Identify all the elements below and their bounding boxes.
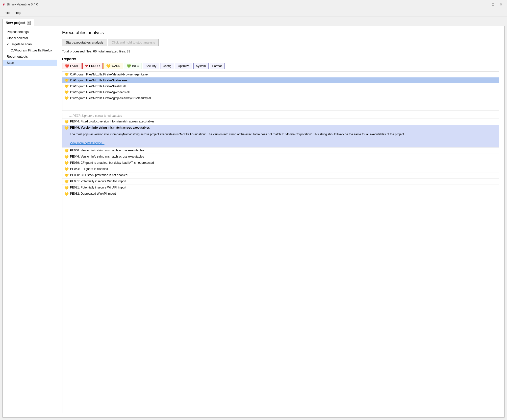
category-security-button[interactable]: Security bbox=[143, 63, 159, 69]
optimize-label: Optimize bbox=[178, 64, 189, 68]
format-label: Format bbox=[212, 64, 222, 68]
file-warn-icon: 💛 bbox=[64, 90, 69, 94]
stats-line: Total processed files: 66, total analyze… bbox=[62, 49, 499, 53]
sidebar-global-selector-label: Global selector bbox=[7, 36, 28, 40]
category-format-button[interactable]: Format bbox=[210, 63, 225, 69]
file-item[interactable]: 💛 C:\Program Files\Mozilla Firefox\firef… bbox=[62, 77, 499, 83]
warn-heart-icon: 💛 bbox=[106, 64, 110, 68]
file-name: C:\Program Files\Mozilla Firefox\default… bbox=[70, 73, 148, 76]
report-warn-icon: 💛 bbox=[64, 167, 69, 171]
file-name: C:\Program Files\Mozilla Firefox\freebl3… bbox=[70, 85, 126, 88]
report-warn-icon: 💛 bbox=[64, 120, 69, 124]
reports-heading: Reports bbox=[62, 57, 499, 61]
report-item-selected[interactable]: 💛 PE046: Version info string mismatch ac… bbox=[62, 125, 499, 131]
new-project-tab[interactable]: New project × bbox=[2, 19, 34, 26]
close-button[interactable]: ✕ bbox=[498, 2, 505, 7]
category-system-button[interactable]: System bbox=[193, 63, 209, 69]
content-panel: Executables analysis Start executables a… bbox=[57, 26, 504, 417]
report-text: PE081: Potentially insecure WinAPI impor… bbox=[70, 180, 126, 183]
config-label: Config bbox=[163, 64, 172, 68]
app-container: New project × Project settings Global se… bbox=[0, 17, 507, 420]
titlebar-title: Binary Valentine 0.4.0 bbox=[7, 2, 38, 6]
report-item[interactable]: 💛 PE046: Version info string mismatch ac… bbox=[62, 148, 499, 154]
tab-label: New project bbox=[6, 21, 25, 25]
sidebar-item-report-outputs[interactable]: Report outputs bbox=[3, 53, 57, 60]
sidebar-scan-label: Scan bbox=[7, 61, 14, 65]
filter-warn-button[interactable]: 💛 WARN bbox=[103, 63, 123, 69]
titlebar: ♥ Binary Valentine 0.4.0 — □ ✕ bbox=[0, 0, 507, 9]
report-item[interactable]: 💛 PE081: Potentially insecure WinAPI imp… bbox=[62, 185, 499, 191]
report-warn-icon: 💛 bbox=[64, 173, 69, 177]
sidebar-item-scan[interactable]: Scan bbox=[3, 60, 57, 66]
report-detail-link[interactable]: View more details online... bbox=[70, 141, 104, 145]
file-item[interactable]: 💛 C:\Program Files\Mozilla Firefox\gkcod… bbox=[62, 89, 499, 95]
sidebar-targets-label: Targets to scan bbox=[10, 42, 32, 46]
report-item[interactable]: 💛 PE046: Version info string mismatch ac… bbox=[62, 154, 499, 160]
file-warn-icon: 💛 bbox=[64, 78, 69, 82]
fatal-heart-icon: 💔 bbox=[65, 64, 69, 68]
info-label: INFO bbox=[132, 64, 139, 68]
report-text: PE080: CET stack protection is not enabl… bbox=[70, 173, 127, 177]
file-item[interactable]: 💛 C:\Program Files\Mozilla Firefox\defau… bbox=[62, 71, 499, 77]
system-label: System bbox=[196, 64, 206, 68]
report-item[interactable]: 💛 PE044: Fixed product version info mism… bbox=[62, 119, 499, 125]
menu-help[interactable]: Help bbox=[12, 10, 24, 16]
start-analysis-button[interactable]: Start executables analysis bbox=[62, 39, 107, 46]
report-text-bold: PE046: Version info string mismatch acro… bbox=[70, 126, 150, 129]
tab-close-button[interactable]: × bbox=[27, 21, 31, 25]
fatal-label: FATAL bbox=[70, 64, 79, 68]
sidebar-item-target-path[interactable]: C:/Program Fil...ozilla Firefox bbox=[3, 47, 57, 53]
stats-text: Total processed files: 66, total analyze… bbox=[62, 49, 130, 53]
report-warn-icon: 💛 bbox=[64, 186, 69, 190]
main-area: Project settings Global selector ✓ Targe… bbox=[2, 26, 505, 418]
filter-fatal-button[interactable]: 💔 FATAL bbox=[62, 63, 81, 69]
report-item[interactable]: ... PE27: Signature check is not enabled bbox=[62, 113, 499, 119]
sidebar-item-project-settings[interactable]: Project settings bbox=[3, 29, 57, 35]
report-item[interactable]: 💛 PE082: Deprecated WinAPI import bbox=[62, 191, 499, 197]
filter-info-button[interactable]: 💚 INFO bbox=[124, 63, 142, 69]
file-name: C:\Program Files\Mozilla Firefox\gkcodec… bbox=[70, 91, 129, 94]
info-heart-icon: 💚 bbox=[127, 64, 131, 68]
report-text: PE044: Fixed product version info mismat… bbox=[70, 120, 154, 123]
report-text: PE081: Potentially insecure WinAPI impor… bbox=[70, 186, 126, 189]
file-name: C:\Program Files\Mozilla Firefox\gmp-cle… bbox=[70, 96, 152, 100]
report-text: PE064: EH guard is disabled bbox=[70, 167, 108, 171]
sidebar-item-targets-to-scan[interactable]: ✓ Targets to scan bbox=[3, 41, 57, 47]
report-item[interactable]: 💛 PE080: CET stack protection is not ena… bbox=[62, 172, 499, 179]
menu-file[interactable]: File bbox=[2, 10, 12, 16]
report-warn-icon: 💛 bbox=[64, 126, 69, 130]
report-item[interactable]: 💛 PE081: Potentially insecure WinAPI imp… bbox=[62, 179, 499, 185]
report-list: ... PE27: Signature check is not enabled… bbox=[62, 113, 499, 413]
minimize-button[interactable]: — bbox=[482, 2, 489, 7]
report-warn-icon: 💛 bbox=[64, 161, 69, 165]
report-text: PE059: CF guard is enabled, but delay lo… bbox=[70, 161, 154, 164]
report-detail-text: The most popular version info 'CompanyNa… bbox=[70, 133, 405, 136]
file-warn-icon: 💛 bbox=[64, 84, 69, 88]
tab-bar: New project × bbox=[0, 17, 507, 26]
category-config-button[interactable]: Config bbox=[160, 63, 174, 69]
error-label: ERROR bbox=[89, 64, 100, 68]
security-label: Security bbox=[146, 64, 156, 68]
sidebar-item-global-selector[interactable]: Global selector bbox=[3, 35, 57, 41]
error-heart-icon: ❤ bbox=[85, 64, 88, 68]
sidebar-project-settings-label: Project settings bbox=[7, 30, 29, 34]
filter-error-button[interactable]: ❤ ERROR bbox=[82, 63, 102, 69]
report-text: PE046: Version info string mismatch acro… bbox=[70, 149, 144, 152]
report-expanded-detail: The most popular version info 'CompanyNa… bbox=[62, 131, 499, 148]
report-text: PE046: Version info string mismatch acro… bbox=[70, 155, 144, 158]
report-item[interactable]: 💛 PE064: EH guard is disabled bbox=[62, 166, 499, 172]
file-item[interactable]: 💛 C:\Program Files\Mozilla Firefox\gmp-c… bbox=[62, 95, 499, 101]
file-item[interactable]: 💛 C:\Program Files\Mozilla Firefox\freeb… bbox=[62, 83, 499, 89]
stop-analysis-button: Click and hold to stop analysis bbox=[108, 39, 159, 46]
sidebar-target-path-label: C:/Program Fil...ozilla Firefox bbox=[11, 48, 52, 52]
maximize-button[interactable]: □ bbox=[490, 2, 497, 7]
app-logo-icon: ♥ bbox=[2, 2, 5, 7]
file-warn-icon: 💛 bbox=[64, 96, 69, 100]
report-item[interactable]: 💛 PE059: CF guard is enabled, but delay … bbox=[62, 160, 499, 166]
category-optimize-button[interactable]: Optimize bbox=[175, 63, 192, 69]
page-title: Executables analysis bbox=[62, 30, 499, 35]
warn-label: WARN bbox=[111, 64, 120, 68]
report-warn-icon: 💛 bbox=[64, 149, 69, 153]
file-warn-icon: 💛 bbox=[64, 72, 69, 76]
filter-row: 💔 FATAL ❤ ERROR 💛 WARN 💚 INFO Security bbox=[62, 63, 499, 69]
